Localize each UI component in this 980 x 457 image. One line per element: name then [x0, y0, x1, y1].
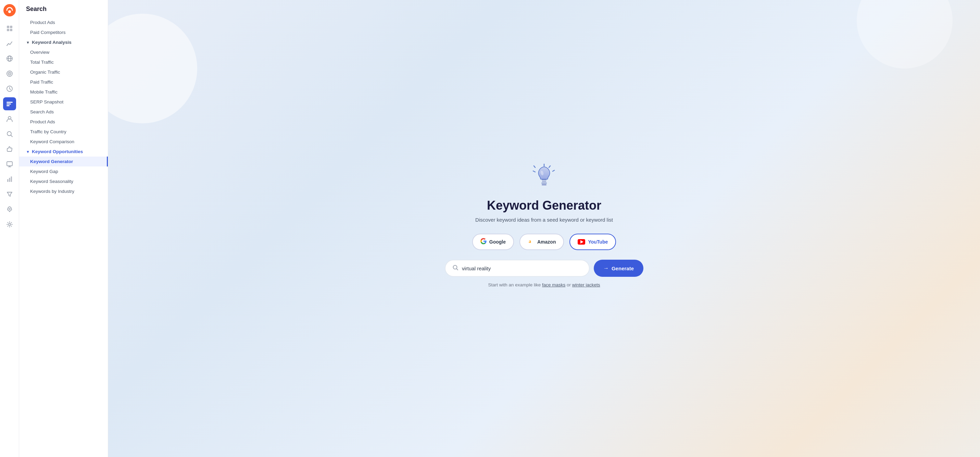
winter-jackets-link[interactable]: winter jackets [572, 282, 600, 287]
hero-title: Keyword Generator [487, 198, 601, 213]
amazon-platform-button[interactable]: a Amazon [519, 234, 564, 250]
rocket-nav-icon[interactable] [3, 203, 16, 216]
arrow-icon: → [603, 265, 609, 271]
svg-rect-2 [7, 26, 9, 28]
sidebar-item-serp-snapshot[interactable]: SERP Snapshot [19, 97, 108, 107]
sidebar-item-paid-competitors[interactable]: Paid Competitors [19, 27, 108, 37]
funnel-nav-icon[interactable] [3, 188, 16, 201]
sidebar-item-keywords-by-industry[interactable]: Keywords by Industry [19, 186, 108, 196]
svg-rect-22 [7, 179, 9, 182]
svg-point-1 [8, 10, 11, 13]
text-sidebar: Search Product Ads Paid Competitors ▼ Ke… [19, 0, 108, 457]
svg-line-30 [534, 166, 535, 167]
google-icon [480, 238, 487, 246]
youtube-button-label: YouTube [588, 239, 608, 245]
sidebar-item-product-ads-2[interactable]: Product Ads [19, 117, 108, 127]
search-bar [445, 260, 590, 277]
svg-rect-35 [542, 184, 547, 185]
sidebar-item-keyword-comparison[interactable]: Keyword Comparison [19, 137, 108, 146]
sidebar-item-organic-traffic[interactable]: Organic Traffic [19, 67, 108, 77]
google-platform-button[interactable]: Google [472, 234, 514, 250]
svg-rect-14 [6, 104, 11, 105]
svg-point-25 [9, 208, 10, 210]
svg-rect-13 [6, 102, 13, 103]
generate-button[interactable]: → Generate [594, 260, 643, 277]
svg-rect-5 [10, 29, 12, 31]
svg-rect-15 [6, 105, 10, 106]
amazon-button-label: Amazon [537, 239, 556, 245]
svg-rect-3 [10, 26, 12, 28]
sidebar-item-keyword-generator[interactable]: Keyword Generator [19, 156, 108, 167]
svg-line-28 [549, 166, 550, 167]
search-nav-icon[interactable] [3, 97, 16, 110]
sidebar-item-product-ads-1[interactable]: Product Ads [19, 18, 108, 27]
sidebar-item-paid-traffic[interactable]: Paid Traffic [19, 77, 108, 87]
chevron-keyword-analysis: ▼ [26, 40, 30, 45]
hint-middle: or [565, 282, 572, 287]
hint-text: Start with an example like face masks or… [488, 282, 600, 287]
svg-point-11 [9, 73, 10, 74]
barchart-nav-icon[interactable] [3, 173, 16, 186]
svg-line-39 [457, 269, 458, 270]
google-button-label: Google [489, 239, 506, 245]
platform-buttons: Google a Amazon YouTube [472, 234, 616, 250]
youtube-platform-button[interactable]: YouTube [570, 234, 616, 250]
svg-rect-4 [7, 29, 9, 31]
thumb-nav-icon[interactable] [3, 143, 16, 156]
svg-line-31 [533, 171, 535, 172]
hero-section: Keyword Generator Discover keyword ideas… [108, 0, 980, 457]
generate-button-label: Generate [612, 266, 634, 271]
settings-nav-icon[interactable] [3, 218, 16, 231]
chevron-keyword-opportunities: ▼ [26, 150, 30, 154]
sidebar-item-keyword-seasonality[interactable]: Keyword Seasonality [19, 177, 108, 186]
lightbulb-icon [530, 163, 558, 190]
magnify-nav-icon[interactable] [3, 127, 16, 140]
svg-line-18 [11, 135, 12, 137]
face-masks-link[interactable]: face masks [542, 282, 565, 287]
target-nav-icon[interactable] [3, 67, 16, 80]
sidebar-title: Search [19, 5, 108, 18]
sidebar-item-traffic-by-country[interactable]: Traffic by Country [19, 127, 108, 137]
sidebar-group-keyword-opportunities[interactable]: ▼ Keyword Opportunities [19, 146, 108, 156]
amazon-icon: a [528, 238, 535, 246]
svg-rect-23 [9, 178, 10, 182]
svg-rect-24 [11, 177, 12, 182]
sidebar-item-overview[interactable]: Overview [19, 47, 108, 57]
svg-point-17 [7, 132, 11, 136]
svg-rect-34 [541, 182, 547, 184]
svg-text:a: a [529, 239, 531, 244]
sidebar-item-mobile-traffic[interactable]: Mobile Traffic [19, 87, 108, 97]
app-logo[interactable] [3, 4, 16, 16]
svg-line-29 [553, 170, 554, 171]
hint-prefix: Start with an example like [488, 282, 542, 287]
analytics-nav-icon[interactable] [3, 37, 16, 50]
web-nav-icon[interactable] [3, 158, 16, 170]
globe-nav-icon[interactable] [3, 52, 16, 65]
sidebar-item-search-ads[interactable]: Search Ads [19, 107, 108, 117]
icon-sidebar [0, 0, 19, 457]
main-content: Keyword Generator Discover keyword ideas… [108, 0, 980, 457]
svg-rect-19 [7, 162, 12, 166]
history-nav-icon[interactable] [3, 82, 16, 95]
sidebar-group-keyword-analysis[interactable]: ▼ Keyword Analysis [19, 37, 108, 47]
search-icon [452, 264, 458, 272]
sidebar-item-total-traffic[interactable]: Total Traffic [19, 57, 108, 67]
keyword-search-input[interactable] [462, 266, 582, 271]
person-nav-icon[interactable] [3, 112, 16, 126]
youtube-icon-btn [578, 239, 585, 245]
svg-point-26 [9, 223, 11, 225]
hero-subtitle: Discover keyword ideas from a seed keywo… [475, 217, 613, 223]
dashboard-nav-icon[interactable] [3, 22, 16, 35]
search-bar-wrapper: → Generate [445, 260, 643, 277]
sidebar-item-keyword-gap[interactable]: Keyword Gap [19, 167, 108, 177]
